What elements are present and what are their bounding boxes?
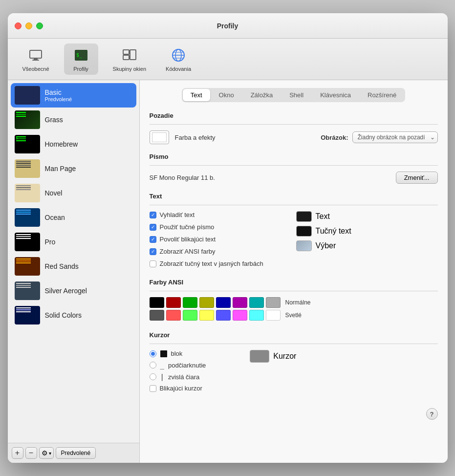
profile-thumb-homebrew: $ (15, 135, 40, 153)
gear-menu-button[interactable]: ⚙ ▾ (39, 447, 54, 459)
toolbar-item-profily[interactable]: $_ Profily (64, 43, 98, 75)
profile-item-homebrew[interactable]: $ Homebrew (11, 132, 136, 156)
ansi-light-cyan[interactable] (249, 310, 264, 321)
profile-item-silveraerogel[interactable]: Silver Aerogel (11, 279, 136, 303)
window-controls (15, 22, 43, 29)
text-section-grid: Vyhladiť text Použiť tučné písmo Povoliť… (150, 211, 438, 270)
checkbox-ansi: Zobraziť ANSI farby (150, 248, 291, 255)
gear-icon: ⚙ (42, 449, 48, 457)
font-row: SF Mono Regular 11 b. Zmeniť... (150, 172, 438, 184)
boldbright-checkbox[interactable] (150, 260, 156, 267)
ansi-normal-red[interactable] (166, 297, 181, 308)
cursor-block-radio[interactable] (150, 350, 156, 357)
bold-color-row: Tučný text (296, 226, 438, 237)
text-section: Text Vyhladiť text Použiť tučné písmo (150, 193, 438, 270)
change-font-button[interactable]: Zmeniť... (396, 172, 438, 184)
profile-thumb-silveraerogel (15, 281, 40, 300)
font-name-label: SF Mono Regular 11 b. (150, 174, 215, 181)
cursor-block-icon (160, 350, 167, 357)
cursor-block-label: blok (171, 350, 183, 357)
ansi-light-blue[interactable] (216, 310, 231, 321)
bold-label: Použiť tučné písmo (160, 223, 215, 231)
ansi-label: Zobraziť ANSI farby (160, 248, 216, 255)
ansi-light-green[interactable] (183, 310, 197, 321)
svg-text:$_: $_ (76, 52, 83, 58)
tab-rozsirene[interactable]: Rozšírené (360, 89, 404, 101)
toolbar-item-vseobecne[interactable]: Všeobecné (18, 43, 54, 75)
profile-item-ocean[interactable]: Ocean (11, 205, 136, 230)
main-content: Basic Predvolené Grass (8, 80, 448, 463)
background-color-button[interactable] (150, 130, 169, 144)
text-color-swatch[interactable] (296, 211, 312, 222)
tab-okno[interactable]: Okno (211, 89, 242, 101)
svg-rect-7 (130, 50, 136, 60)
svg-rect-5 (123, 50, 129, 54)
blink-checkbox[interactable] (150, 236, 156, 243)
cursor-blink-row: Blikajúci kurzor (150, 385, 206, 392)
selection-color-row: Výber (296, 240, 438, 251)
help-button[interactable]: ? (426, 408, 438, 420)
profile-name-grass: Grass (45, 116, 63, 124)
profile-item-grass[interactable]: Grass (11, 108, 136, 132)
profile-info-manpage: Man Page (45, 165, 76, 173)
cursor-underline-radio[interactable] (150, 362, 156, 368)
help-section: ? (150, 408, 438, 420)
ansi-light-white[interactable] (266, 310, 281, 321)
toolbar-label-kodovanie: Kódovania (166, 66, 191, 72)
background-color-swatch (152, 132, 167, 142)
profile-name-pro: Pro (45, 238, 56, 246)
ansi-normal-cyan[interactable] (249, 297, 264, 308)
ansi-normal-blue[interactable] (216, 297, 231, 308)
profile-item-novel[interactable]: Novel (11, 181, 136, 205)
ansi-normal-green[interactable] (183, 297, 197, 308)
profile-info-redsands: Red Sands (45, 262, 79, 270)
ansi-checkbox[interactable] (150, 248, 156, 255)
highlight-checkbox[interactable] (150, 212, 156, 218)
cursor-left-col: blok _ podčiarknutie | zvislá čiara (150, 350, 206, 394)
ansi-normal-magenta[interactable] (233, 297, 247, 308)
bold-checkbox[interactable] (150, 224, 156, 231)
toolbar-item-skupiny[interactable]: Skupiny okien (108, 43, 152, 75)
ansi-light-red[interactable] (166, 310, 181, 321)
text-color-label: Text (316, 212, 330, 221)
cursor-color-swatch[interactable] (250, 350, 269, 363)
tab-text[interactable]: Text (183, 89, 210, 101)
ansi-normal-black[interactable] (150, 297, 164, 308)
checkbox-blink: Povoliť blikajúci text (150, 236, 291, 243)
tabs-container: Text Okno Záložka Shell Klávesnica Rozší… (150, 88, 438, 102)
close-button[interactable] (15, 22, 22, 29)
tab-zalozka[interactable]: Záložka (243, 89, 281, 101)
profile-item-pro[interactable]: Pro (11, 230, 136, 254)
checkbox-bold: Použiť tučné písmo (150, 223, 291, 231)
ansi-light-magenta[interactable] (233, 310, 247, 321)
windows-icon (121, 46, 138, 64)
background-image-select[interactable]: Žiadny obrázok na pozadí (352, 131, 438, 143)
profile-item-solidcolors[interactable]: Solid Colors (11, 303, 136, 327)
cursor-vline-row: | zvislá čiara (150, 373, 206, 381)
profile-item-basic[interactable]: Basic Predvolené (11, 83, 136, 108)
bold-color-swatch[interactable] (296, 226, 312, 237)
ansi-normal-white[interactable] (266, 297, 281, 308)
tabs: Text Okno Záložka Shell Klávesnica Rozší… (182, 88, 406, 102)
add-profile-button[interactable]: + (12, 447, 23, 459)
toolbar-item-kodovanie[interactable]: Kódovania (161, 43, 196, 75)
ansi-light-black[interactable] (150, 310, 164, 321)
ansi-light-yellow[interactable] (199, 310, 214, 321)
text-section-title: Text (150, 193, 438, 200)
minimize-button[interactable] (25, 22, 32, 29)
cursor-blink-checkbox[interactable] (150, 385, 156, 392)
selection-color-swatch[interactable] (296, 240, 312, 251)
set-default-button[interactable]: Predvolené (56, 447, 96, 459)
maximize-button[interactable] (36, 22, 43, 29)
svg-rect-2 (32, 60, 39, 61)
profile-info-novel: Novel (45, 189, 63, 197)
cursor-vline-radio[interactable] (150, 373, 156, 380)
remove-profile-button[interactable]: − (25, 447, 37, 459)
profile-item-redsands[interactable]: Red Sands (11, 254, 136, 279)
tab-klavesnica[interactable]: Klávesnica (312, 89, 359, 101)
profile-item-manpage[interactable]: Man Page (11, 156, 136, 181)
ansi-normal-yellow[interactable] (199, 297, 214, 308)
detail-panel: Text Okno Záložka Shell Klávesnica Rozší… (140, 80, 448, 463)
tab-shell[interactable]: Shell (282, 89, 311, 101)
highlight-label: Vyhladiť text (160, 211, 195, 218)
